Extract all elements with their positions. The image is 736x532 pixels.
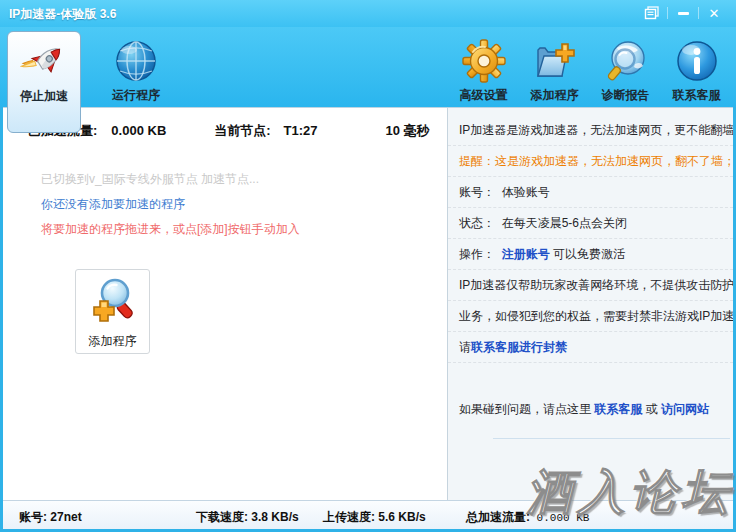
info-row: IP加速器仅帮助玩家改善网络环境，不提供攻击防护 bbox=[448, 270, 733, 301]
total-traffic-status: 总加速流量: 0.000 KB bbox=[466, 509, 589, 526]
window-title: IP加速器-体验版 3.6 bbox=[9, 6, 116, 23]
add-program-button[interactable]: 添加程序 bbox=[75, 269, 150, 354]
magnifier-globe-icon bbox=[603, 37, 649, 85]
info-row: 业务，如侵犯到您的权益，需要封禁非法游戏IP加速 bbox=[448, 301, 733, 332]
info-row: 提醒：这是游戏加速器，无法加速网页，翻不了墙； bbox=[448, 146, 733, 177]
info-text: 账号： 体验账号 bbox=[459, 185, 550, 199]
info-row: 状态： 在每天凌晨5-6点会关闭 bbox=[448, 208, 733, 239]
info-text: 状态： 在每天凌晨5-6点会关闭 bbox=[459, 216, 627, 230]
add-program-label: 添加程序 bbox=[89, 333, 137, 350]
run-program-label: 运行程序 bbox=[112, 87, 160, 104]
no-program-message: 你还没有添加要加速的程序 bbox=[41, 196, 185, 213]
link-text[interactable]: 联系客服 bbox=[594, 402, 642, 416]
toolbar-right-group: 高级设置 bbox=[448, 37, 732, 104]
skin-icon[interactable] bbox=[640, 3, 664, 23]
rocket-icon bbox=[20, 38, 68, 86]
link-text[interactable]: 访问网站 bbox=[661, 402, 709, 416]
info-text: 操作： bbox=[459, 247, 502, 261]
warning-text: 提醒：这是游戏加速器，无法加速网页，翻不了墙； bbox=[459, 154, 733, 168]
account-status: 账号: 27net bbox=[19, 509, 82, 526]
acceleration-panel: 已加速流量:0.000 KB当前节点:T1:2710 毫秒 已切换到v_国际专线… bbox=[3, 108, 447, 500]
magnifier-plus-icon bbox=[89, 276, 137, 330]
info-text: 如果碰到问题，请点这里 bbox=[459, 402, 594, 416]
advanced-settings-button[interactable]: 高级设置 bbox=[448, 37, 519, 104]
toolbar: 停止加速 运行程序 bbox=[0, 27, 736, 107]
close-icon[interactable]: ✕ bbox=[702, 3, 726, 23]
info-row: 请联系客服进行封禁 bbox=[448, 332, 733, 363]
info-text: 请 bbox=[459, 340, 471, 354]
info-row-spacer bbox=[448, 363, 733, 394]
stop-acceleration-button[interactable]: 停止加速 bbox=[7, 31, 81, 133]
contact-support-button[interactable]: 联系客服 bbox=[661, 37, 732, 104]
stats-row: 已加速流量:0.000 KB当前节点:T1:2710 毫秒 bbox=[28, 122, 430, 140]
globe-icon bbox=[113, 37, 159, 85]
add-program-toolbar-button[interactable]: 添加程序 bbox=[519, 37, 590, 104]
link-text[interactable]: 联系客服进行封禁 bbox=[471, 340, 567, 354]
title-bar[interactable]: IP加速器-体验版 3.6 ✕ bbox=[0, 0, 736, 27]
add-program-toolbar-label: 添加程序 bbox=[531, 87, 579, 104]
info-panel: IP加速器是游戏加速器，无法加速网页，更不能翻墙提醒：这是游戏加速器，无法加速网… bbox=[447, 108, 733, 500]
info-text: IP加速器是游戏加速器，无法加速网页，更不能翻墙 bbox=[459, 123, 733, 137]
info-icon bbox=[674, 37, 720, 85]
latency-value: 10 毫秒 bbox=[386, 123, 430, 138]
info-row: 账号： 体验账号 bbox=[448, 177, 733, 208]
download-speed-status: 下载速度: 3.8 KB/s bbox=[196, 509, 299, 526]
control-separator bbox=[667, 7, 668, 19]
info-row: 如果碰到问题，请点这里 联系客服 或 访问网站 bbox=[448, 394, 733, 425]
stop-acceleration-label: 停止加速 bbox=[20, 88, 68, 105]
link-text[interactable]: 注册账号 bbox=[502, 247, 550, 261]
minimize-icon[interactable] bbox=[671, 3, 695, 23]
upload-speed-status: 上传速度: 5.6 KB/s bbox=[323, 509, 426, 526]
main-content: 已加速流量:0.000 KB当前节点:T1:2710 毫秒 已切换到v_国际专线… bbox=[3, 107, 733, 500]
info-row: 操作： 注册账号 可以免费激活 bbox=[448, 239, 733, 270]
current-node-label: 当前节点: bbox=[214, 123, 270, 138]
app-window: IP加速器-体验版 3.6 ✕ bbox=[0, 0, 736, 532]
run-program-button[interactable]: 运行程序 bbox=[96, 37, 176, 104]
contact-support-label: 联系客服 bbox=[673, 87, 721, 104]
gear-icon bbox=[461, 37, 507, 85]
diagnostic-report-label: 诊断报告 bbox=[602, 87, 650, 104]
info-text: 或 bbox=[642, 402, 661, 416]
status-bar: 账号: 27net 下载速度: 3.8 KB/s 上传速度: 5.6 KB/s … bbox=[3, 500, 733, 529]
info-row: IP加速器是游戏加速器，无法加速网页，更不能翻墙 bbox=[448, 115, 733, 146]
info-text: IP加速器仅帮助玩家改善网络环境，不提供攻击防护 bbox=[459, 278, 733, 292]
folder-plus-icon bbox=[532, 37, 578, 85]
info-text: 业务，如侵犯到您的权益，需要封禁非法游戏IP加速 bbox=[459, 309, 733, 323]
diagnostic-report-button[interactable]: 诊断报告 bbox=[590, 37, 661, 104]
drag-hint-message: 将要加速的程序拖进来，或点[添加]按钮手动加入 bbox=[41, 221, 300, 238]
advanced-settings-label: 高级设置 bbox=[460, 87, 508, 104]
current-node-value: T1:27 bbox=[284, 123, 318, 138]
node-switch-message: 已切换到v_国际专线外服节点 加速节点... bbox=[41, 171, 259, 188]
control-separator bbox=[698, 7, 699, 19]
watermark-rule-line bbox=[493, 438, 730, 439]
accel-traffic-value: 0.000 KB bbox=[111, 123, 166, 138]
info-text: 可以免费激活 bbox=[550, 247, 625, 261]
window-controls: ✕ bbox=[640, 3, 726, 23]
